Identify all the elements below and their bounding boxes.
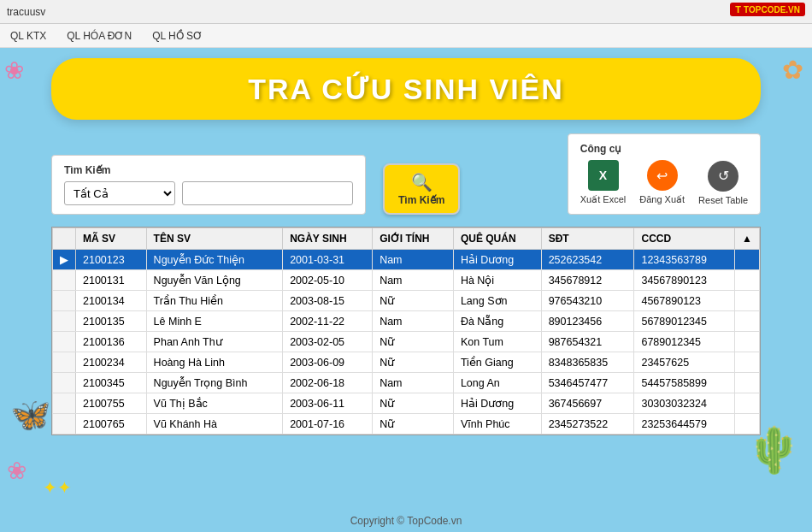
menu-ql-hoa-don[interactable]: QL HÓA ĐƠN bbox=[63, 28, 135, 44]
table-row[interactable]: ▶2100123Nguyễn Đức Thiện2001-03-31NamHải… bbox=[53, 250, 760, 270]
cell-queQuan: Hải Dương bbox=[453, 393, 541, 414]
cell-tenSV: Vũ Khánh Hà bbox=[146, 414, 283, 434]
cell-maSV: 2100755 bbox=[76, 393, 147, 414]
search-icon: 🔍 bbox=[411, 172, 432, 192]
row-arrow bbox=[53, 270, 76, 291]
cell-scroll bbox=[735, 373, 760, 393]
reset-icon: ↺ bbox=[708, 161, 738, 192]
controls-panel: Tìm Kiếm Tất Cả Mã SV Tên SV Quê Quán 🔍 … bbox=[51, 133, 761, 215]
row-arrow bbox=[53, 393, 76, 414]
logo-text: TOPCODE.VN bbox=[744, 5, 800, 15]
cell-maSV: 2100135 bbox=[76, 311, 147, 332]
cell-ngaySinh: 2003-06-11 bbox=[283, 393, 373, 414]
cell-sdt: 252623542 bbox=[541, 250, 634, 270]
app-title: tracuusv bbox=[7, 6, 45, 18]
cell-sdt: 367456697 bbox=[541, 393, 634, 414]
deco-flowers-top-right: ✿ bbox=[782, 55, 803, 85]
cell-maSV: 2100123 bbox=[76, 250, 147, 270]
export-excel-button[interactable]: X Xuất Excel bbox=[580, 160, 626, 205]
cell-maSV: 2100131 bbox=[76, 270, 147, 291]
table-row[interactable]: 2100755Vũ Thị Bắc2003-06-11NữHải Dương36… bbox=[53, 393, 760, 414]
export-excel-label: Xuất Excel bbox=[580, 194, 626, 205]
cell-ngaySinh: 2001-07-16 bbox=[283, 414, 373, 434]
cell-ngaySinh: 2003-02-05 bbox=[283, 332, 373, 352]
table-wrapper[interactable]: MÃ SV TÊN SV NGÀY SINH GIỚI TÍNH QUÊ QUÁ… bbox=[51, 227, 761, 435]
cell-cccd: 4567890123 bbox=[634, 291, 735, 311]
cell-queQuan: Đà Nẵng bbox=[453, 311, 541, 332]
cell-cccd: 23457625 bbox=[634, 352, 735, 373]
table-body: ▶2100123Nguyễn Đức Thiện2001-03-31NamHải… bbox=[53, 250, 760, 434]
cell-ngaySinh: 2002-11-22 bbox=[283, 311, 373, 332]
cell-ngaySinh: 2002-06-18 bbox=[283, 373, 373, 393]
row-arrow bbox=[53, 311, 76, 332]
cell-gioiTinh: Nam bbox=[373, 311, 454, 332]
deco-butterfly: 🦋 bbox=[10, 396, 50, 434]
cell-tenSV: Vũ Thị Bắc bbox=[146, 393, 283, 414]
cell-tenSV: Phan Anh Thư bbox=[146, 332, 283, 352]
cell-gioiTinh: Nam bbox=[373, 250, 454, 270]
cell-cccd: 34567890123 bbox=[634, 270, 735, 291]
cell-gioiTinh: Nữ bbox=[373, 291, 454, 311]
deco-cactus: 🌵 bbox=[746, 424, 802, 476]
cell-gioiTinh: Nữ bbox=[373, 393, 454, 414]
cell-tenSV: Nguyễn Văn Lộng bbox=[146, 270, 283, 291]
table-header-row: MÃ SV TÊN SV NGÀY SINH GIỚI TÍNH QUÊ QUÁ… bbox=[53, 228, 760, 250]
cell-maSV: 2100765 bbox=[76, 414, 147, 434]
cell-cccd: 56789012345 bbox=[634, 311, 735, 332]
cell-scroll bbox=[735, 332, 760, 352]
cell-cccd: 12343563789 bbox=[634, 250, 735, 270]
search-row: Tất Cả Mã SV Tên SV Quê Quán bbox=[64, 181, 353, 205]
search-label: Tìm Kiếm bbox=[64, 164, 353, 176]
col-scroll: ▲ bbox=[735, 228, 760, 250]
cell-sdt: 2345273522 bbox=[541, 414, 634, 434]
table-row[interactable]: 2100136Phan Anh Thư2003-02-05NữKon Tum98… bbox=[53, 332, 760, 352]
tools-label: Công cụ bbox=[580, 143, 748, 155]
deco-coin-bottom: ✦✦ bbox=[43, 477, 72, 498]
row-arrow bbox=[53, 414, 76, 434]
topcode-logo: T TOPCODE.VN bbox=[730, 3, 805, 16]
logout-icon: ↩ bbox=[647, 160, 678, 191]
cell-tenSV: Lê Minh E bbox=[146, 311, 283, 332]
cell-gioiTinh: Nữ bbox=[373, 332, 454, 352]
cell-sdt: 5346457477 bbox=[541, 373, 634, 393]
cell-queQuan: Vĩnh Phúc bbox=[453, 414, 541, 434]
cell-sdt: 976543210 bbox=[541, 291, 634, 311]
search-group: Tìm Kiếm Tất Cả Mã SV Tên SV Quê Quán bbox=[51, 155, 366, 215]
header-banner: TRA CỨU SINH VIÊN bbox=[51, 58, 761, 120]
cell-maSV: 2100136 bbox=[76, 332, 147, 352]
footer: Copyright © TopCode.vn bbox=[0, 515, 812, 527]
cell-ngaySinh: 2003-08-15 bbox=[283, 291, 373, 311]
table-row[interactable]: 2100345Nguyễn Trọng Bình2002-06-18NamLon… bbox=[53, 373, 760, 393]
dang-xuat-button[interactable]: ↩ Đăng Xuất bbox=[639, 160, 685, 205]
cell-gioiTinh: Nam bbox=[373, 373, 454, 393]
cell-sdt: 8348365835 bbox=[541, 352, 634, 373]
cell-queQuan: Hà Nội bbox=[453, 270, 541, 291]
cell-sdt: 345678912 bbox=[541, 270, 634, 291]
table-row[interactable]: 2100135Lê Minh E2002-11-22NamĐà Nẵng8901… bbox=[53, 311, 760, 332]
table-row[interactable]: 2100234Hoàng Hà Linh2003-06-09NữTiền Gia… bbox=[53, 352, 760, 373]
menu-ql-ktx[interactable]: QL KTX bbox=[7, 28, 50, 44]
cell-maSV: 2100345 bbox=[76, 373, 147, 393]
footer-text: Copyright © TopCode.vn bbox=[350, 515, 462, 527]
title-bar: tracuusv T TOPCODE.VN bbox=[0, 0, 812, 24]
col-que-quan: QUÊ QUÁN bbox=[453, 228, 541, 250]
cell-scroll bbox=[735, 311, 760, 332]
menu-ql-ho-so[interactable]: QL HỒ SƠ bbox=[149, 28, 206, 44]
cell-ngaySinh: 2003-06-09 bbox=[283, 352, 373, 373]
reset-table-button[interactable]: ↺ Reset Table bbox=[698, 161, 748, 205]
table-row[interactable]: 2100131Nguyễn Văn Lộng2002-05-10NamHà Nộ… bbox=[53, 270, 760, 291]
cell-gioiTinh: Nam bbox=[373, 270, 454, 291]
cell-queQuan: Long An bbox=[453, 373, 541, 393]
row-arrow bbox=[53, 352, 76, 373]
cell-scroll bbox=[735, 352, 760, 373]
search-input[interactable] bbox=[182, 181, 353, 205]
table-row[interactable]: 2100134Trần Thu Hiền2003-08-15NữLang Sơn… bbox=[53, 291, 760, 311]
col-cccd: CCCD bbox=[634, 228, 735, 250]
search-select[interactable]: Tất Cả Mã SV Tên SV Quê Quán bbox=[64, 181, 175, 205]
cell-cccd: 23253644579 bbox=[634, 414, 735, 434]
search-button[interactable]: 🔍 Tìm Kiếm bbox=[383, 163, 460, 215]
table-row[interactable]: 2100765Vũ Khánh Hà2001-07-16NữVĩnh Phúc2… bbox=[53, 414, 760, 434]
students-table: MÃ SV TÊN SV NGÀY SINH GIỚI TÍNH QUÊ QUÁ… bbox=[52, 228, 760, 434]
row-arrow bbox=[53, 332, 76, 352]
cell-maSV: 2100234 bbox=[76, 352, 147, 373]
